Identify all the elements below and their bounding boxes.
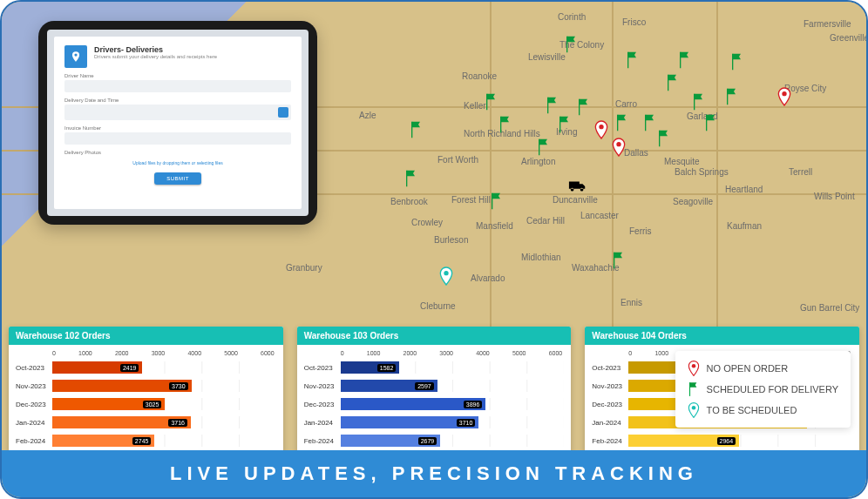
flag-icon[interactable]: [565, 35, 579, 54]
axis-tick: 5000: [224, 350, 238, 356]
driver-name-label: Driver Name: [64, 73, 291, 78]
flag-icon[interactable]: [626, 51, 640, 70]
city-label: Farmersville: [804, 19, 851, 29]
map-pin-icon[interactable]: [439, 266, 453, 286]
flag-icon[interactable]: [678, 51, 692, 70]
city-label: Arlington: [521, 157, 555, 166]
bar-category: Jan-2024: [16, 419, 52, 427]
bar-row: Jan-20243716: [16, 415, 276, 430]
flag-icon[interactable]: [704, 113, 718, 132]
invoice-number-label: Invoice Number: [64, 125, 291, 131]
flag-icon[interactable]: [577, 98, 591, 117]
bar-category: Oct-2023: [592, 364, 628, 372]
flag-icon[interactable]: [612, 251, 626, 270]
flag-icon[interactable]: [490, 192, 504, 211]
bar-row: Dec-20233025: [16, 396, 276, 412]
flag-icon[interactable]: [404, 169, 418, 188]
bar-category: Feb-2024: [592, 437, 628, 445]
svg-point-2: [782, 91, 786, 96]
city-label: Crowley: [411, 218, 443, 227]
svg-point-3: [444, 271, 448, 275]
city-label: Burleson: [434, 235, 468, 245]
submit-button[interactable]: SUBMIT: [154, 172, 201, 185]
tablet-mockup: Drivers- Deliveries Drivers submit your …: [38, 21, 317, 225]
flag-icon[interactable]: [615, 113, 629, 132]
bar-row: Dec-20233896: [304, 396, 565, 412]
bar-fill: 2964: [628, 435, 739, 447]
flag-icon[interactable]: [410, 120, 424, 139]
city-label: Fort Worth: [437, 155, 478, 165]
axis-tick: 2000: [403, 350, 417, 356]
bar-category: Nov-2023: [592, 382, 628, 390]
city-label: Greenville: [830, 33, 868, 43]
delivery-photos-label: Delivery Photos: [64, 150, 291, 155]
driver-name-input[interactable]: [64, 80, 291, 92]
pin-icon: [688, 361, 700, 376]
axis-tick: 0: [52, 350, 56, 356]
bar-fill: 1582: [341, 361, 400, 374]
calendar-icon[interactable]: [278, 107, 288, 118]
axis-tick: 0: [341, 350, 344, 356]
bar-row: Feb-20242745: [16, 433, 276, 448]
bar-category: Nov-2023: [304, 382, 341, 390]
axis-tick: 0: [628, 350, 632, 356]
tablet-screen: Drivers- Deliveries Drivers submit your …: [47, 30, 309, 216]
city-label: Granbury: [286, 263, 322, 273]
city-label: Corinth: [558, 12, 586, 22]
flag-icon[interactable]: [643, 113, 657, 132]
bar-category: Jan-2024: [592, 419, 628, 427]
flag-icon[interactable]: [558, 115, 572, 134]
svg-point-1: [616, 142, 620, 146]
location-icon: [64, 45, 87, 68]
axis-tick: 1000: [78, 350, 92, 356]
bar-fill: 2679: [341, 435, 441, 447]
axis-tick: 2000: [115, 350, 129, 356]
axis-tick: 1000: [654, 350, 668, 356]
city-label: Azle: [359, 111, 376, 120]
bar-value: 3730: [169, 382, 188, 390]
bar-fill: 3710: [341, 416, 479, 428]
bar-fill: 3730: [52, 380, 192, 392]
bar-fill: 3896: [341, 398, 486, 410]
invoice-number-input[interactable]: [64, 132, 291, 145]
bar-category: Dec-2023: [16, 401, 52, 408]
axis-tick: 6000: [261, 350, 275, 356]
flag-icon[interactable]: [657, 129, 671, 148]
pin-icon: [688, 402, 700, 418]
axis-tick: 5000: [512, 350, 526, 356]
flag-icon[interactable]: [725, 87, 739, 106]
bar-category: Nov-2023: [16, 382, 52, 390]
flag-icon[interactable]: [485, 92, 498, 111]
axis-tick: 1000: [367, 350, 381, 356]
caption-bar: LIVE UPDATES, PRECISION TRACKING: [2, 450, 866, 497]
bar-category: Oct-2023: [16, 364, 52, 372]
bar-fill: 2597: [341, 380, 437, 392]
flag-icon[interactable]: [666, 73, 680, 92]
axis-tick: 6000: [549, 350, 563, 356]
bar-row: Feb-20242964: [592, 433, 852, 448]
delivery-form: Drivers- Deliveries Drivers submit your …: [54, 37, 302, 209]
axis-tick: 4000: [187, 350, 201, 356]
upload-hint[interactable]: Upload files by dropping them or selecti…: [64, 160, 291, 165]
flag-icon[interactable]: [692, 92, 706, 111]
flag-icon: [688, 381, 700, 397]
bar-value: 2679: [418, 437, 437, 445]
city-label: Kaufman: [727, 221, 762, 231]
delivery-datetime-input[interactable]: [64, 105, 291, 120]
svg-point-4: [691, 364, 695, 368]
flag-icon[interactable]: [498, 115, 512, 134]
city-label: Frisco: [622, 17, 646, 27]
flag-icon[interactable]: [537, 138, 551, 157]
form-title: Drivers- Deliveries: [94, 45, 217, 54]
map-pin-icon[interactable]: [594, 120, 608, 139]
legend-to-be: TO BE SCHEDULED: [707, 405, 797, 415]
bar-value: 2597: [415, 382, 434, 390]
bar-category: Dec-2023: [592, 401, 628, 408]
truck-icon[interactable]: [568, 179, 587, 193]
bar-value: 2419: [120, 364, 139, 372]
city-label: Duncanville: [553, 195, 598, 205]
flag-icon[interactable]: [546, 96, 559, 115]
map-pin-icon[interactable]: [612, 138, 626, 157]
map-pin-icon[interactable]: [777, 87, 791, 106]
flag-icon[interactable]: [730, 52, 744, 71]
